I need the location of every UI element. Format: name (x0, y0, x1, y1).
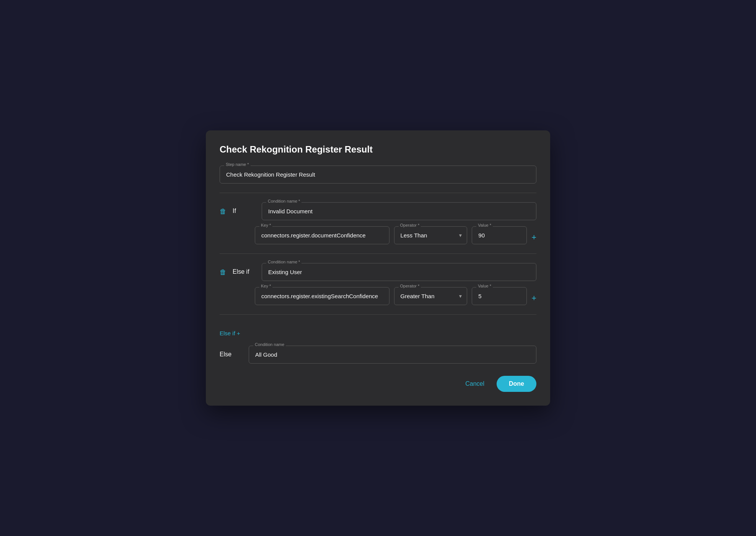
if-value-field: Value * (472, 226, 527, 244)
else-if-operator-field: Operator * Less Than Greater Than Equal … (394, 287, 468, 305)
if-operator-field: Operator * Less Than Greater Than Equal … (394, 226, 468, 244)
step-name-label: Step name * (224, 162, 251, 167)
cancel-button[interactable]: Cancel (459, 377, 490, 391)
if-condition-header: 🗑 If Condition name * (220, 202, 536, 220)
modal-container: Check Rekognition Register Result Step n… (206, 130, 550, 406)
else-condition-name-input[interactable] (249, 346, 536, 364)
else-if-operator-select[interactable]: Less Than Greater Than Equal To Not Equa… (394, 287, 468, 305)
else-if-condition-header: 🗑 Else if Condition name * (220, 263, 536, 281)
if-condition-name-wrapper: Condition name * (262, 202, 536, 220)
if-label: If (233, 202, 256, 214)
if-key-field: Key * (255, 226, 389, 244)
if-key-input[interactable] (255, 226, 389, 244)
else-if-add-link[interactable]: Else if + (220, 330, 240, 336)
else-if-condition-name-label: Condition name * (266, 260, 301, 264)
else-if-value-input[interactable] (472, 287, 527, 305)
else-label: Else (220, 346, 243, 358)
else-if-key-label: Key * (259, 284, 272, 288)
else-if-condition-block: 🗑 Else if Condition name * Key * Operato… (220, 263, 536, 305)
else-if-condition-name-input[interactable] (262, 263, 536, 281)
else-if-key-input[interactable] (255, 287, 389, 305)
done-button[interactable]: Done (497, 376, 536, 392)
else-condition-field: Condition name (249, 346, 536, 364)
else-if-condition-name-wrapper: Condition name * (262, 263, 536, 281)
else-if-value-label: Value * (476, 284, 493, 288)
if-operator-select[interactable]: Less Than Greater Than Equal To Not Equa… (394, 226, 468, 244)
if-condition-name-label: Condition name * (266, 199, 301, 203)
divider-1 (220, 193, 536, 193)
else-if-delete-icon[interactable]: 🗑 (220, 263, 226, 276)
else-if-key-operator-value-row: Key * Operator * Less Than Greater Than … (255, 287, 536, 305)
else-if-add-button[interactable]: + (531, 289, 536, 303)
divider-2 (220, 253, 536, 254)
else-if-label: Else if (233, 263, 256, 275)
if-condition-name-input[interactable] (262, 202, 536, 220)
else-if-value-field: Value * (472, 287, 527, 305)
else-if-operator-label: Operator * (399, 284, 421, 288)
modal-title: Check Rekognition Register Result (220, 144, 536, 155)
if-key-operator-value-row: Key * Operator * Less Than Greater Than … (255, 226, 536, 244)
if-key-label: Key * (259, 223, 272, 227)
step-name-field: Step name * (220, 166, 536, 184)
footer-actions: Cancel Done (220, 376, 536, 392)
if-condition-block: 🗑 If Condition name * Key * Operator * L… (220, 202, 536, 244)
step-name-input[interactable] (220, 166, 536, 184)
else-if-key-field: Key * (255, 287, 389, 305)
if-operator-label: Operator * (399, 223, 421, 227)
if-delete-icon[interactable]: 🗑 (220, 202, 226, 216)
if-value-label: Value * (476, 223, 493, 227)
else-block: Else Condition name (220, 346, 536, 364)
else-condition-name-label: Condition name (253, 342, 286, 347)
if-value-input[interactable] (472, 226, 527, 244)
divider-3 (220, 314, 536, 315)
if-add-button[interactable]: + (531, 229, 536, 242)
